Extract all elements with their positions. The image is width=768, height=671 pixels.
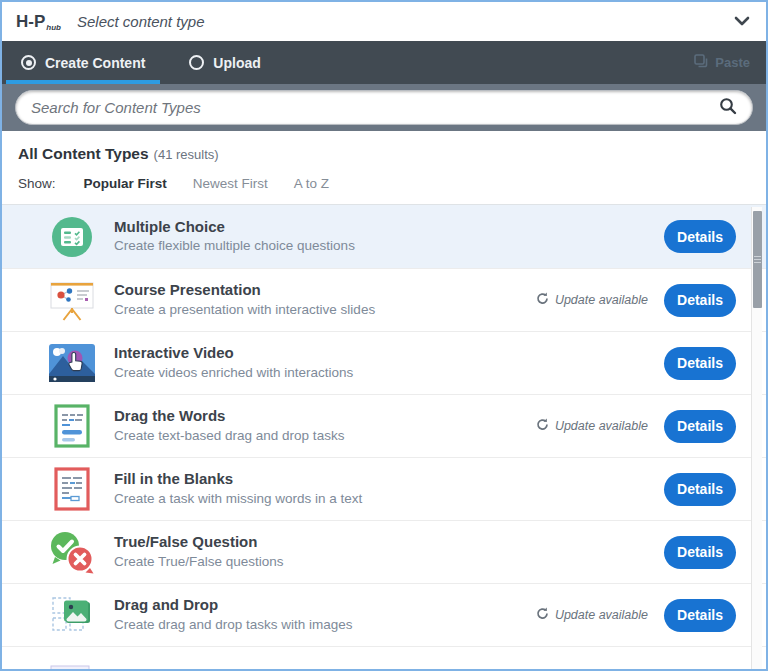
content-type-row[interactable]: Interactive Video Create videos enriched… (2, 331, 766, 394)
content-type-description: Create text-based drag and drop tasks (114, 427, 344, 446)
tab-create-content-label: Create Content (45, 55, 145, 71)
results-header: All Content Types(41 results) Show: Popu… (2, 131, 766, 205)
paste-button[interactable]: Paste (694, 54, 750, 71)
sort-a-to-z[interactable]: A to Z (294, 176, 329, 191)
search-input[interactable] (31, 99, 719, 116)
search-icon[interactable] (719, 97, 737, 119)
content-type-title: Multiple Choice (114, 217, 355, 237)
next-content-type-icon-partial (50, 660, 766, 671)
update-available-label: Update available (555, 608, 648, 622)
content-type-row-partial[interactable] (2, 646, 766, 669)
content-type-description: Create a task with missing words in a te… (114, 490, 362, 509)
content-type-row[interactable]: Fill in the Blanks Create a task with mi… (2, 457, 766, 520)
update-available-badge: Update available (536, 607, 648, 623)
content-type-description: Create drag and drop tasks with images (114, 616, 353, 635)
sort-popular-first[interactable]: Popular First (84, 176, 167, 191)
paste-button-label: Paste (715, 55, 750, 70)
details-button[interactable]: Details (664, 410, 736, 443)
scrollbar-thumb[interactable] (753, 211, 762, 308)
refresh-icon (536, 607, 549, 623)
update-available-label: Update available (555, 293, 648, 307)
results-title: All Content Types (18, 145, 149, 162)
content-type-title: Interactive Video (114, 343, 353, 363)
list-scrollbar[interactable] (751, 207, 762, 669)
hub-logo-sub: hub (46, 23, 61, 32)
content-type-title: Fill in the Blanks (114, 469, 362, 489)
tab-upload-label: Upload (213, 55, 260, 71)
content-type-description: Create True/False questions (114, 553, 284, 572)
radio-unselected-icon (189, 55, 204, 70)
details-button[interactable]: Details (664, 347, 736, 380)
content-type-row[interactable]: Multiple Choice Create flexible multiple… (2, 205, 766, 268)
details-button[interactable]: Details (664, 599, 736, 632)
dialog-title: Select content type (77, 13, 205, 30)
drag-and-drop-icon (48, 592, 96, 638)
course-presentation-icon (48, 277, 96, 323)
dialog-header: H-Phub Select content type (2, 2, 766, 41)
radio-selected-icon (21, 55, 36, 70)
details-button[interactable]: Details (664, 220, 736, 253)
content-type-row[interactable]: Drag the Words Create text-based drag an… (2, 394, 766, 457)
refresh-icon (536, 292, 549, 308)
tab-create-content[interactable]: Create Content (6, 41, 160, 84)
true-false-icon (48, 529, 96, 575)
content-type-description: Create flexible multiple choice question… (114, 237, 355, 256)
h5p-hub-dialog: { "window": { "logo_main": "H-P", "logo_… (0, 0, 768, 671)
content-type-row[interactable]: Drag and Drop Create drag and drop tasks… (2, 583, 766, 646)
content-type-title: Course Presentation (114, 280, 375, 300)
drag-the-words-icon (48, 403, 96, 449)
details-button[interactable]: Details (664, 473, 736, 506)
tab-upload[interactable]: Upload (174, 41, 275, 84)
content-type-row[interactable]: Course Presentation Create a presentatio… (2, 268, 766, 331)
mode-tabbar: Create Content Upload Paste (2, 41, 766, 84)
content-type-row[interactable]: True/False Question Create True/False qu… (2, 520, 766, 583)
collapse-hub-button[interactable] (734, 14, 750, 29)
content-type-description: Create a presentation with interactive s… (114, 301, 375, 320)
sort-newest-first[interactable]: Newest First (193, 176, 268, 191)
multiple-choice-icon (48, 214, 96, 260)
content-type-description: Create videos enriched with interactions (114, 364, 353, 383)
content-type-title: True/False Question (114, 532, 284, 552)
h5p-hub-logo: H-Phub (16, 12, 61, 32)
interactive-video-icon (48, 340, 96, 386)
fill-in-the-blanks-icon (48, 466, 96, 512)
clipboard-paste-icon (694, 54, 708, 71)
search-box[interactable] (15, 90, 753, 125)
update-available-badge: Update available (536, 292, 648, 308)
content-type-title: Drag and Drop (114, 595, 353, 615)
chevron-down-icon (734, 14, 750, 29)
show-label: Show: (18, 176, 56, 191)
update-available-label: Update available (555, 419, 648, 433)
update-available-badge: Update available (536, 418, 648, 434)
search-section (2, 84, 766, 131)
content-type-title: Drag the Words (114, 406, 344, 426)
refresh-icon (536, 418, 549, 434)
details-button[interactable]: Details (664, 536, 736, 569)
results-count: (41 results) (154, 147, 219, 162)
content-type-list: Multiple Choice Create flexible multiple… (2, 205, 766, 669)
details-button[interactable]: Details (664, 284, 736, 317)
